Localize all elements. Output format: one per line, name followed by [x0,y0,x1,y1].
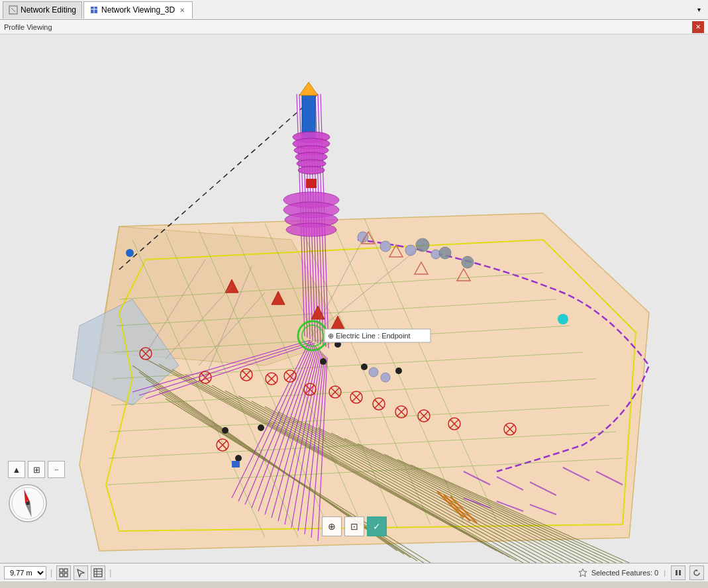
grid-icon [59,568,68,577]
bottom-toolbar: 9.77 m 1 m 5 m 10 m 50 m 100 m | | [0,563,708,581]
svg-point-109 [405,245,416,256]
pause-button[interactable] [671,565,685,580]
svg-line-1 [11,8,15,12]
svg-point-188 [26,501,30,505]
svg-rect-170 [232,461,240,467]
expand-icon: ▾ [697,6,701,13]
toolbar-button-1[interactable] [56,565,71,580]
svg-point-103 [286,223,336,236]
svg-rect-189 [60,569,63,572]
svg-rect-190 [64,569,68,572]
svg-rect-192 [64,573,68,577]
compass[interactable] [8,483,48,523]
move-button[interactable]: ⊕ [322,516,342,536]
svg-point-175 [462,256,474,268]
close-icon: ✕ [695,23,701,30]
svg-rect-104 [306,179,317,188]
nav-row-1: ▲ ⊞ ··· [8,461,65,478]
profile-close-button[interactable]: ✕ [692,21,704,33]
scale-selector[interactable]: 9.77 m 1 m 5 m 10 m 50 m 100 m [4,566,46,579]
svg-rect-200 [679,570,681,575]
svg-point-167 [395,368,402,374]
svg-rect-194 [94,569,102,577]
separator2: | [109,568,111,577]
svg-point-112 [381,373,390,382]
pause-icon [674,569,682,577]
separator1: | [50,568,52,577]
tab-network-editing[interactable]: Network Editing [3,1,82,19]
select-icon [76,568,85,577]
svg-point-163 [222,427,228,434]
network-editing-icon [9,5,18,15]
tab-close-button[interactable]: ✕ [177,5,187,15]
svg-point-171 [126,249,134,257]
profile-viewing-label: Profile Viewing [4,23,52,31]
table-icon [93,568,103,577]
feature-icon [578,568,587,577]
tab-network-viewing-3d[interactable]: Network Viewing_3D ✕ [83,1,193,19]
toolbar-button-2[interactable] [74,565,88,580]
refresh-icon [693,569,701,577]
confirm-button[interactable]: ✓ [367,516,387,536]
tab-expand-button[interactable]: ▾ [692,3,705,17]
tab-network-viewing-3d-label: Network Viewing_3D [101,5,175,15]
status-right: Selected Features: 0 | [578,565,704,580]
canvas-area[interactable]: ⊕ Electric Line : Endpoint ▲ ⊞ ··· ⊕ ⊡ ✓ [0,34,708,563]
zoom-button[interactable]: ⊡ [344,516,364,536]
nav-fit-button[interactable]: ⊞ [28,461,45,478]
svg-point-111 [369,368,378,377]
svg-point-174 [439,247,451,259]
title-bar: Network Editing Network Viewing_3D ✕ ▾ [0,0,708,20]
toolbar-button-3[interactable] [91,565,105,580]
nav-up-button[interactable]: ▲ [8,461,25,478]
svg-point-166 [361,364,368,370]
svg-point-164 [258,424,264,431]
svg-point-108 [380,241,391,252]
separator3: | [664,569,666,577]
svg-point-165 [235,455,242,462]
svg-point-172 [558,314,568,324]
network-viewing-3d-icon [89,5,99,15]
tab-network-editing-label: Network Editing [21,5,76,15]
3d-view-canvas[interactable]: ⊕ Electric Line : Endpoint [0,34,708,563]
status-text: Selected Features: 0 [591,569,659,577]
action-buttons: ⊕ ⊡ ✓ [322,516,387,536]
svg-rect-191 [60,573,63,577]
svg-marker-193 [77,569,84,577]
svg-text:⊕ Electric Line : Endpoint: ⊕ Electric Line : Endpoint [328,332,411,340]
svg-marker-198 [579,569,587,577]
refresh-button[interactable] [689,565,704,580]
svg-point-168 [320,358,327,365]
nav-dots-button[interactable]: ··· [48,461,65,478]
subheader: Profile Viewing ✕ [0,20,708,34]
nav-controls: ▲ ⊞ ··· [8,461,65,523]
svg-rect-199 [676,570,678,575]
svg-point-99 [298,166,325,174]
